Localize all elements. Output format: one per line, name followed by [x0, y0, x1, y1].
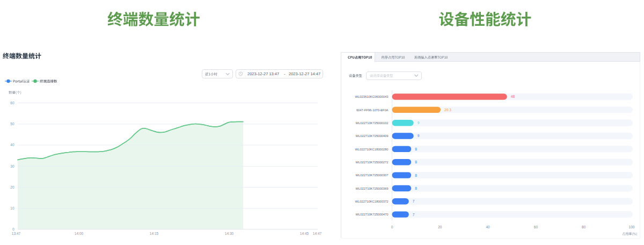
svg-text:40: 40 [486, 225, 490, 229]
svg-text:0: 0 [12, 227, 14, 231]
svg-text:8: 8 [415, 147, 417, 151]
svg-text:9: 9 [418, 134, 420, 138]
svg-text:WL022710K725000470: WL022710K725000470 [356, 213, 389, 216]
svg-text:80: 80 [582, 225, 586, 229]
svg-text:100: 100 [629, 225, 635, 229]
svg-text:14:45: 14:45 [300, 232, 309, 235]
svg-text:2023-12-27 14:47: 2023-12-27 14:47 [289, 71, 320, 76]
svg-text:WL022710K725000102: WL022710K725000102 [356, 121, 389, 125]
svg-text:30: 30 [10, 164, 14, 168]
svg-text:20.3: 20.3 [444, 108, 451, 112]
svg-text:20: 20 [10, 185, 14, 189]
svg-text:14:15: 14:15 [150, 232, 159, 235]
svg-text:7: 7 [413, 213, 415, 217]
svg-text:0: 0 [391, 225, 393, 229]
svg-text:7: 7 [413, 199, 415, 203]
svg-text:WL022710KC18000372: WL022710KC18000372 [355, 200, 389, 203]
svg-text:60: 60 [534, 225, 538, 229]
svg-text:13:47: 13:47 [12, 232, 21, 235]
svg-text:8: 8 [415, 160, 417, 164]
svg-text:WL022710K725000409: WL022710K725000409 [356, 134, 389, 138]
svg-text:14:30: 14:30 [225, 232, 234, 235]
svg-text:8: 8 [415, 186, 417, 190]
svg-text:20: 20 [438, 225, 442, 229]
svg-text:2023-12-27 13:47: 2023-12-27 13:47 [247, 71, 279, 76]
svg-text:14:00: 14:00 [75, 232, 84, 235]
svg-text:14:47: 14:47 [313, 232, 322, 235]
svg-text:40: 40 [10, 143, 14, 147]
svg-text:48: 48 [511, 95, 515, 98]
svg-text:WL022710K725000272: WL022710K725000272 [356, 161, 389, 164]
svg-text:WL022710KC18000280: WL022710KC18000280 [355, 148, 389, 151]
svg-text:50: 50 [10, 122, 14, 126]
svg-text:WL023610KC06000043: WL023610KC06000043 [355, 95, 389, 98]
svg-text:60: 60 [10, 101, 14, 105]
svg-text:WL022710K725000307: WL022710K725000307 [356, 174, 389, 177]
svg-text:9: 9 [418, 121, 420, 125]
svg-text:WL022710K725000369: WL022710K725000369 [356, 187, 389, 190]
svg-text:8: 8 [415, 174, 417, 177]
svg-text:10: 10 [10, 206, 14, 210]
svg-text:6047-FF96-1070-EF0A: 6047-FF96-1070-EF0A [356, 109, 389, 112]
